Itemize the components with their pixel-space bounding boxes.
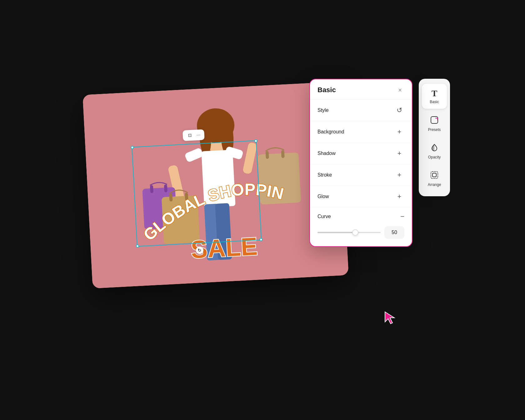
curve-value-display: 50 bbox=[384, 226, 404, 239]
presets-label: Presets bbox=[428, 128, 441, 132]
curve-section: Curve − 50 bbox=[310, 208, 412, 246]
scene: GLOBAL SHOPPIN GLOBAL SHOPPIN SALE ⊡ ··· bbox=[75, 69, 450, 351]
close-button[interactable]: × bbox=[396, 86, 404, 94]
glow-row: Glow + bbox=[310, 186, 412, 208]
opacity-icon bbox=[430, 143, 439, 154]
panel-title: Basic bbox=[318, 86, 336, 94]
svg-rect-15 bbox=[164, 184, 168, 192]
curve-slider-row: 50 bbox=[318, 226, 404, 239]
canvas-svg: GLOBAL SHOPPIN GLOBAL SHOPPIN SALE bbox=[82, 82, 348, 288]
stroke-label: Stroke bbox=[318, 172, 332, 178]
shadow-row: Shadow + bbox=[310, 143, 412, 164]
stroke-add-button[interactable]: + bbox=[394, 170, 404, 180]
presets-icon bbox=[430, 116, 439, 126]
canvas-card: GLOBAL SHOPPIN GLOBAL SHOPPIN SALE ⊡ ··· bbox=[82, 82, 348, 288]
svg-rect-26 bbox=[431, 172, 438, 178]
svg-rect-27 bbox=[432, 173, 436, 177]
svg-rect-25 bbox=[431, 117, 438, 123]
basic-label: Basic bbox=[430, 100, 439, 104]
background-row: Background + bbox=[310, 121, 412, 143]
svg-rect-20 bbox=[266, 151, 269, 159]
style-row: Style ↺ bbox=[310, 100, 412, 121]
curve-collapse-button[interactable]: − bbox=[400, 212, 404, 221]
curve-slider-thumb[interactable] bbox=[352, 229, 358, 236]
arrange-icon bbox=[430, 171, 439, 181]
right-sidebar: T Basic Presets Opacity bbox=[419, 79, 450, 196]
stroke-row: Stroke + bbox=[310, 164, 412, 186]
panel-header: Basic × bbox=[310, 79, 412, 100]
style-reset-button[interactable]: ↺ bbox=[394, 105, 404, 115]
canvas-background: GLOBAL SHOPPIN GLOBAL SHOPPIN SALE ⊡ ··· bbox=[82, 82, 348, 288]
curve-slider-fill bbox=[318, 232, 355, 233]
style-label: Style bbox=[318, 108, 329, 113]
svg-text:SALE: SALE bbox=[190, 232, 258, 263]
cursor-arrow bbox=[383, 310, 396, 326]
curve-label: Curve bbox=[318, 214, 331, 219]
curve-slider-track[interactable] bbox=[318, 232, 381, 233]
basic-panel: Basic × Style ↺ Background + Shadow + St… bbox=[309, 79, 412, 247]
glow-add-button[interactable]: + bbox=[394, 192, 404, 202]
sidebar-item-basic[interactable]: T Basic bbox=[422, 84, 447, 109]
glow-label: Glow bbox=[318, 194, 329, 199]
svg-rect-14 bbox=[150, 185, 153, 193]
svg-rect-21 bbox=[281, 150, 284, 158]
background-add-button[interactable]: + bbox=[394, 127, 404, 137]
sidebar-item-presets[interactable]: Presets bbox=[422, 111, 447, 136]
basic-icon: T bbox=[432, 88, 438, 98]
shadow-add-button[interactable]: + bbox=[394, 148, 404, 158]
svg-rect-17 bbox=[169, 193, 172, 201]
curve-row: Curve − bbox=[318, 212, 404, 221]
sidebar-item-opacity[interactable]: Opacity bbox=[422, 139, 447, 164]
opacity-label: Opacity bbox=[428, 155, 441, 159]
sidebar-item-arrange[interactable]: Arrange bbox=[422, 166, 447, 191]
arrange-label: Arrange bbox=[428, 182, 441, 187]
background-label: Background bbox=[318, 129, 344, 135]
shadow-label: Shadow bbox=[318, 151, 336, 156]
